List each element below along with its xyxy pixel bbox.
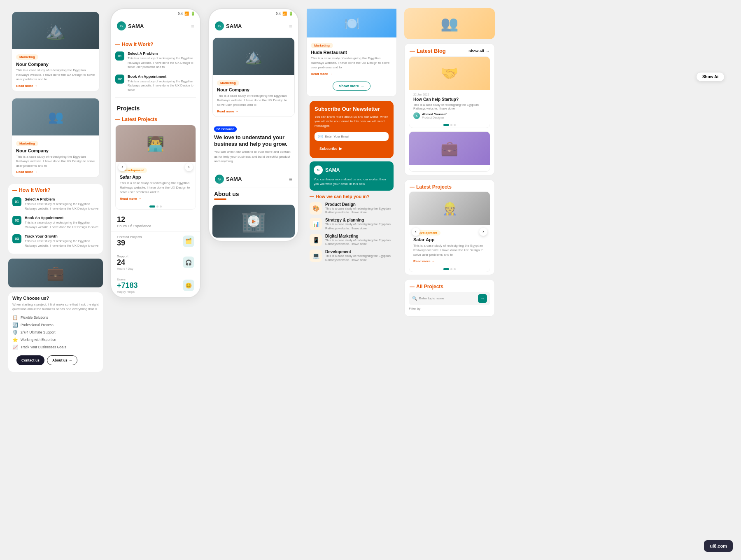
flexible-icon: 📋 (12, 315, 18, 320)
col2-status-bar: 9:4 📶 🔋 (111, 9, 200, 18)
col4-card1-text: This is a case study of redesigning the … (311, 56, 392, 70)
subscribe-button[interactable]: Subscribe ▶ (315, 144, 347, 153)
dot-1 (149, 205, 155, 208)
col4-service2-title: Strategy & planning (325, 218, 394, 222)
col4-card1-title: Huda Restaurant (311, 50, 392, 55)
col1-feature2-label: Professional Process (21, 323, 54, 327)
col1-card1-image: 🏔️ (12, 12, 99, 49)
col3-nav: S SAMA ≡ (209, 18, 298, 34)
col2-latest-projects: Latest Projects (111, 117, 200, 122)
col1-bottom-btns: Contact us About us → (12, 352, 99, 369)
carousel-right-arrow[interactable]: › (185, 163, 193, 171)
about-us-button[interactable]: About us → (47, 355, 77, 365)
col2-stat-proj-label: Finrated Projects (117, 235, 142, 239)
col4-card1-readmore[interactable]: Read more → (311, 72, 392, 76)
col4-service2: 📊 Strategy & planning This is a case stu… (310, 218, 394, 231)
contact-us-button[interactable]: Contact us (16, 355, 44, 365)
col2-project-text: This is a case study of redesigning the … (120, 181, 191, 195)
col3-card1-text: This is a case study of redesigning the … (217, 93, 290, 107)
col5-blog1-title: How Can help Startup? (413, 97, 486, 102)
col1-feature4-label: Working with Expertise (21, 338, 56, 342)
email-icon: ✉️ (318, 134, 323, 139)
col2-phone: 9:4 📶 🔋 S SAMA ≡ How It Work? 01 Select … (110, 8, 201, 298)
col2-menu-icon[interactable]: ≡ (191, 23, 194, 29)
col1-how-heading: How It Work? (8, 187, 103, 193)
digital-marketing-icon: 📱 (310, 234, 322, 246)
col5-carousel-right[interactable]: › (479, 228, 487, 236)
col5-all-projects-title: — All Projects (405, 280, 494, 292)
col5-project-carousel: 👷 ‹ › Development Safar App This is a ca… (409, 191, 490, 272)
col1-card1: 🏔️ Marketing Nour Company This is a case… (12, 12, 100, 91)
col1-feature4: ⭐ Working with Expertise (12, 337, 99, 343)
col3-about-menu-icon[interactable]: ≡ (289, 176, 292, 182)
col2-logo: S SAMA (117, 21, 144, 30)
show-ai-button[interactable]: Show Ai (696, 72, 725, 82)
col1-card2: 👥 Marketing Nour Company This is a case … (12, 98, 100, 178)
col5-filter-label: Filter by: (405, 305, 494, 312)
col2-project-title: Safar App (120, 175, 191, 180)
col1-step2: 02 Book An Appointment This is a case st… (8, 213, 103, 232)
col4-service1-text: This is a case study of redesigning the … (325, 207, 394, 215)
col2-stat-sup-label: Support (117, 254, 133, 258)
col1-step1-num: 01 (12, 197, 21, 206)
col4-service4: 💻 Development This is a case study of re… (310, 250, 394, 262)
projects-stat-icon: 🗂️ (183, 236, 194, 247)
col5-carousel-left[interactable]: ‹ (412, 228, 420, 236)
col3-welove-section: Bē Behance We love to understand your bu… (209, 120, 298, 168)
col5-blog1-date: 22 Jan 2022 (413, 93, 486, 96)
col2-stat-support: Support 24 Hours / Day 🎧 (111, 251, 200, 274)
support-stat-icon: 🎧 (183, 257, 194, 268)
support-icon: 🛡️ (12, 330, 18, 335)
col3-about-nav: S SAMA ≡ (209, 171, 298, 187)
col5-all-projects-section: — All Projects 🔍 → Filter by: (404, 279, 495, 317)
col3-about-logo: S SAMA (215, 175, 242, 184)
col5-blog-section: — Latest Blog Show All → 🤝 22 Jan 2022 H… (404, 43, 495, 175)
col4-newsletter-text: You can know more about us and our works… (315, 114, 389, 128)
col2-logo-icon: S (117, 21, 126, 30)
col1-card1-badge: Marketing (16, 54, 38, 60)
col3-logo: S SAMA (215, 21, 242, 30)
development-icon: 💻 (310, 250, 322, 262)
col2-stat-users: Users +7183 Happy Helps 😊 (111, 274, 200, 297)
col4-email-row: ✉️ (315, 132, 389, 141)
blog-dot-1 (443, 124, 449, 126)
email-input[interactable] (325, 135, 385, 138)
col5-blog1-image: 🤝 (409, 57, 490, 90)
col1-why-title: Why Choose us? (12, 296, 99, 301)
col1-card2-readmore[interactable]: Read more → (16, 170, 95, 174)
col3-about-video: 🏢 ▶ (212, 205, 295, 238)
col2-stat-exp-value: 12 (117, 215, 151, 224)
col3-card1-badge: Marketing (217, 80, 239, 86)
show-more-button[interactable]: Show more → (333, 82, 370, 91)
sama-chat-name: SAMA (325, 167, 340, 173)
watermark: ui8.com (704, 540, 733, 552)
show-all-button[interactable]: Show All → (468, 49, 489, 53)
col3-phone-frame: 9:4 📶 🔋 S SAMA ≡ 🏔️ Marketing Nour Compa… (208, 8, 299, 242)
col1-card1-readmore[interactable]: Read more → (16, 84, 95, 88)
col5-top-image: 👥 (404, 8, 495, 39)
col4-newsletter: Subscribe Our Newsletter You can know mo… (310, 101, 394, 159)
send-icon: ▶ (339, 147, 342, 151)
col4-service1-title: Product Design (325, 202, 394, 207)
col4-card1-badge: Marketing (311, 43, 333, 48)
col5-project-readmore[interactable]: Read more → (413, 259, 486, 263)
arrow-right-icon: → (361, 84, 364, 88)
col3-about-section: About us (209, 187, 298, 205)
col2-stat-usr-sublabel: Happy Helps (117, 290, 138, 294)
col4-service4-title: Development (325, 250, 394, 254)
col1-step1: 01 Select A Problem This is a case study… (8, 195, 103, 213)
col4-section: 🍽️ Marketing Huda Restaurant This is a c… (306, 8, 397, 266)
col3-card1-readmore[interactable]: Read more → (217, 110, 290, 113)
col1-card2-image: 👥 (12, 98, 99, 135)
col2-project-readmore[interactable]: Read more → (120, 197, 191, 201)
col5-project-image: 👷 (409, 192, 490, 225)
search-input[interactable] (419, 296, 476, 300)
col5-blog1-dots (409, 122, 490, 128)
carousel-left-arrow[interactable]: ‹ (118, 163, 126, 171)
search-go-button[interactable]: → (478, 294, 487, 303)
col3-logo-icon: S (215, 21, 224, 30)
strategy-icon: 📊 (310, 218, 322, 230)
col3-menu-icon[interactable]: ≡ (289, 23, 292, 29)
col4-sama-chat: S SAMA You can know more about us and ou… (310, 161, 394, 190)
col1-step1-text: This is a case study of redesigning the … (25, 202, 99, 211)
